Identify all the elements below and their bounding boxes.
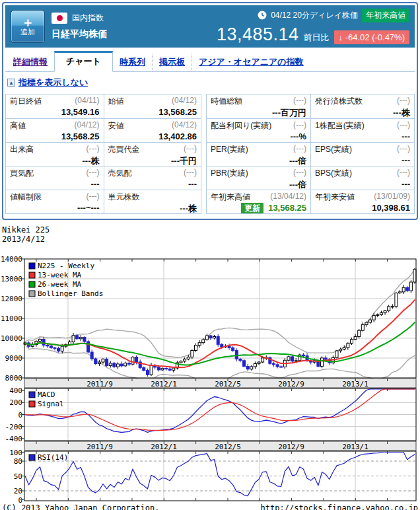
svg-text:50: 50: [14, 472, 22, 481]
collapse-icon[interactable]: ▲: [7, 79, 15, 87]
quote-date: (---): [87, 192, 100, 203]
svg-text:N225 - Weekly: N225 - Weekly: [38, 262, 94, 270]
quote-cell-low: 安値(04/12)13,402.86: [104, 118, 201, 142]
svg-text:RSI(14): RSI(14): [38, 453, 68, 462]
quote-cell-prev-close: 前日終値(04/11)13,549.16: [6, 94, 104, 118]
quote-table-left: 前日終値(04/11)13,549.16始値(04/12)13,568.25高値…: [5, 94, 201, 214]
chart-section: Nikkei 225 2013/4/12 8000900010000110001…: [0, 220, 420, 510]
quote-date: (---): [293, 144, 306, 155]
change-label: 前日比: [304, 32, 330, 44]
quote-table-right: 時価総額(---)---百万円発行済株式数(---)---株配当利回り(実績)(…: [206, 94, 415, 214]
quote-cell-volume: 出来高(---)---株: [6, 142, 104, 166]
quote-value: ---: [10, 179, 100, 189]
svg-text:2012/1: 2012/1: [151, 380, 177, 388]
quote-date: (04/12): [172, 120, 197, 131]
quote-cell-turnover: 売買代金(---)---千円: [104, 142, 201, 166]
quote-table-area: 前日終値(04/11)13,549.16始値(04/12)13,568.25高値…: [5, 92, 415, 217]
svg-text:8000: 8000: [5, 374, 23, 382]
quote-cell-ask: 売気配(---)---: [104, 166, 201, 190]
quote-date: (---): [397, 120, 410, 131]
svg-text:-400: -400: [5, 435, 23, 443]
hide-indicators-link[interactable]: 指標を表示しない: [18, 77, 88, 89]
quote-label: 単元株数: [108, 192, 140, 203]
svg-text:400: 400: [9, 386, 22, 395]
svg-text:26-week MA: 26-week MA: [38, 280, 82, 289]
plus-icon: ＋: [22, 17, 34, 28]
quote-date: (13/04/12): [270, 192, 306, 203]
quote-date: (---): [184, 144, 197, 155]
quote-label: 1株配当(実績): [315, 120, 365, 131]
svg-text:14000: 14000: [1, 255, 22, 264]
quote-label: 売気配: [108, 168, 132, 179]
svg-text:9000: 9000: [5, 354, 23, 363]
quote-value: 13,568.25: [108, 107, 197, 117]
quote-cell-market-cap: 時価総額(---)---百万円: [207, 94, 310, 118]
quote-cell-bid: 買気配(---)---: [6, 166, 104, 190]
svg-text:11000: 11000: [1, 314, 22, 323]
quote-label: 時価総額: [211, 96, 242, 107]
quote-label: 発行済株式数: [315, 96, 363, 107]
quote-widget: ＋ 追加 国内指数 日経平均株価 04/12 20分ディレイ株価: [2, 2, 418, 220]
svg-text:100: 100: [9, 449, 22, 457]
clock-icon: [258, 11, 267, 20]
quote-label: 前日終値: [10, 96, 42, 107]
quote-date: (04/12): [74, 120, 99, 131]
chart-title: Nikkei 225: [0, 225, 420, 235]
quote-cell-high: 高値(04/12)13,568.25: [6, 118, 104, 142]
price-block: 04/12 20分ディレイ株価 年初来高値 13,485.14 前日比 ↓ -6…: [217, 9, 409, 45]
quote-value: ---: [315, 131, 410, 141]
quote-cell-bps: BPS(実績)(---)---: [310, 166, 414, 190]
quote-value: ---株: [315, 107, 410, 119]
svg-text:Signal: Signal: [38, 400, 64, 408]
quote-cell-ytd-high: 年初来高値(13/04/12)更新13,568.25: [207, 190, 310, 213]
quote-value: ---%: [211, 131, 306, 141]
tab-asia[interactable]: アジア・オセアニアの指数: [192, 54, 310, 71]
svg-text:2011/9: 2011/9: [87, 443, 113, 451]
svg-text:0: 0: [18, 411, 22, 419]
page: ＋ 追加 国内指数 日経平均株価 04/12 20分ディレイ株価: [0, 0, 420, 510]
quote-label: 売買代金: [108, 144, 140, 155]
quote-value: 13,402.86: [108, 131, 197, 141]
chart-date: 2013/4/12: [0, 235, 420, 244]
tab-timeseries[interactable]: 時系列: [113, 54, 152, 71]
svg-text:2013/1: 2013/1: [342, 380, 368, 388]
change-badge: ↓ -64.02 (-0.47%): [334, 30, 409, 44]
quote-value: 更新13,568.25: [211, 203, 306, 214]
source-url: http://stocks.finance.yahoo.co.jp: [261, 503, 418, 510]
svg-text:2012/5: 2012/5: [215, 380, 241, 388]
japan-flag-icon: [52, 13, 67, 24]
quote-date: (---): [293, 168, 306, 179]
ytd-high-badge: 年初来高値: [362, 9, 409, 22]
quote-date: (---): [397, 144, 410, 155]
tab-detail[interactable]: 詳細情報: [7, 54, 54, 71]
svg-text:2012/9: 2012/9: [278, 380, 304, 388]
svg-text:2013/1: 2013/1: [342, 443, 368, 451]
quote-cell-shares-out: 発行済株式数(---)---株: [310, 94, 414, 118]
svg-text:10000: 10000: [1, 334, 22, 343]
quote-label: 年初来高値: [211, 192, 250, 203]
quote-date: (---): [397, 96, 410, 107]
tab-chart[interactable]: チャート: [54, 51, 113, 72]
quote-label: 安値: [108, 120, 124, 131]
quote-date: (---): [397, 168, 410, 179]
down-arrow-icon: ↓: [339, 32, 343, 42]
svg-text:-200: -200: [5, 423, 23, 431]
svg-text:Bollinger Bands: Bollinger Bands: [38, 289, 103, 298]
delay-text: 04/12 20分ディレイ株価: [271, 10, 358, 21]
current-price: 13,485.14: [217, 24, 299, 45]
category-label: 国内指数: [72, 13, 104, 24]
svg-text:13000: 13000: [1, 275, 22, 283]
tab-board[interactable]: 掲示板: [152, 54, 192, 71]
svg-text:2012/9: 2012/9: [278, 443, 304, 451]
quote-cell-unit-shares: 単元株数---株: [104, 190, 201, 213]
quote-label: PBR(実績): [211, 168, 248, 179]
add-button[interactable]: ＋ 追加: [11, 10, 45, 43]
quote-label: 始値: [108, 96, 124, 107]
quote-date: (---): [293, 96, 306, 107]
quote-label: BPS(実績): [315, 168, 352, 179]
quote-date: (---): [87, 144, 100, 155]
quote-cell-ytd-low: 年初来安値(13/01/09)10,398.61: [310, 190, 414, 213]
quote-value: ---: [108, 179, 197, 189]
quote-value: 13,549.16: [10, 107, 100, 117]
quote-date: (13/01/09): [374, 192, 410, 203]
